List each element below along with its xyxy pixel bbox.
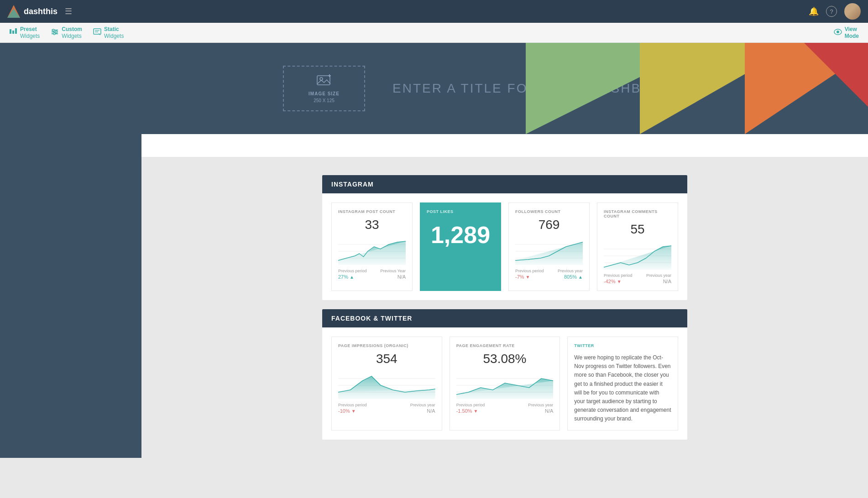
svg-rect-11	[94, 29, 101, 34]
static-label-line2: Widgets	[104, 33, 124, 39]
white-separator	[141, 134, 868, 157]
post-count-prev-period: 27% ▲	[338, 274, 354, 280]
svg-point-15	[837, 31, 839, 33]
impressions-prev-year: N/A	[427, 408, 435, 414]
followers-value: 769	[515, 218, 583, 232]
view-mode-button[interactable]: View Mode	[834, 26, 859, 39]
engagement-period-labels: Previous period Previous year	[456, 403, 554, 407]
followers-prev-period: -7% ▼	[515, 274, 530, 280]
eye-icon	[834, 29, 842, 36]
prev-period-label: Previous period	[338, 269, 367, 273]
engagement-prev-year: N/A	[545, 408, 553, 414]
engagement-label: PAGE ENGAGEMENT RATE	[456, 343, 554, 348]
help-icon[interactable]: ?	[826, 6, 837, 17]
impressions-value: 354	[338, 352, 435, 366]
logo-icon	[7, 5, 20, 18]
post-likes-value: 1,289	[427, 221, 494, 249]
svg-marker-23	[338, 241, 406, 265]
custom-icon	[51, 28, 59, 38]
instagram-section-header: INSTAGRAM	[322, 175, 687, 193]
widget-engagement-rate: PAGE ENGAGEMENT RATE 53.08%	[450, 337, 560, 431]
impressions-prev-period: -10% ▼	[338, 408, 356, 414]
engagement-prev-period: -1.50% ▼	[456, 408, 478, 414]
svg-marker-1	[7, 9, 20, 18]
preset-widgets-button[interactable]: Preset Widgets	[9, 26, 40, 39]
facebook-twitter-header: FACEBOOK & TWITTER	[322, 309, 687, 327]
twitter-widget: TWITTER We were hoping to replicate the …	[567, 337, 678, 431]
custom-widgets-button[interactable]: Custom Widgets	[51, 26, 82, 39]
nav-right: 🔔 ?	[809, 3, 861, 20]
widget-page-impressions: PAGE IMPRESSIONS (ORGANIC) 354	[331, 337, 442, 431]
svg-point-9	[55, 31, 57, 33]
engagement-value: 53.08%	[456, 352, 554, 366]
post-count-period-labels: Previous period Previous Year	[338, 269, 406, 273]
down-arrow: ▼	[526, 275, 530, 280]
post-count-chart	[338, 238, 406, 265]
up-arrow: ▲	[350, 275, 354, 280]
impressions-chart	[338, 372, 435, 399]
facebook-twitter-body: PAGE IMPRESSIONS (ORGANIC) 354	[322, 327, 687, 440]
followers-period-values: -7% ▼ 805% ▲	[515, 274, 583, 280]
main-content: IMAGE SIZE 250 X 125 ENTER A TITLE FOR Y…	[141, 43, 868, 458]
svg-marker-39	[456, 379, 554, 399]
image-size-label: IMAGE SIZE	[309, 91, 340, 96]
avatar[interactable]	[844, 3, 861, 20]
impressions-label: PAGE IMPRESSIONS (ORGANIC)	[338, 343, 435, 348]
custom-label-line2: Widgets	[62, 33, 82, 39]
up-arrow2: ▲	[578, 275, 583, 280]
impressions-period-values: -10% ▼ N/A	[338, 408, 435, 414]
svg-rect-2	[10, 29, 11, 34]
comments-prev-period: -42% ▼	[604, 279, 622, 284]
widget-comments: INSTAGRAM COMMENTS COUNT 55	[597, 202, 678, 291]
bell-icon[interactable]: 🔔	[809, 6, 819, 16]
page-layout: IMAGE SIZE 250 X 125 ENTER A TITLE FOR Y…	[0, 43, 868, 458]
widget-followers: FOLLOWERS COUNT 769	[508, 202, 590, 291]
content-area: INSTAGRAM INSTAGRAM POST COUNT 33	[141, 157, 868, 458]
hamburger-menu[interactable]: ☰	[65, 6, 72, 16]
banner-decoration	[521, 43, 868, 134]
nav-left: dashthis ☰	[7, 5, 72, 18]
comments-chart	[604, 242, 671, 270]
twitter-label: TWITTER	[574, 343, 671, 348]
top-navigation: dashthis ☰ 🔔 ?	[0, 0, 868, 23]
app-name: dashthis	[24, 7, 58, 16]
static-label-line1: Static	[104, 26, 124, 32]
impressions-period-labels: Previous period Previous year	[338, 403, 435, 407]
static-icon	[93, 28, 101, 38]
image-upload-placeholder[interactable]: IMAGE SIZE 250 X 125	[283, 66, 365, 111]
svg-rect-3	[12, 31, 14, 34]
engagement-chart	[456, 372, 554, 399]
svg-rect-4	[15, 28, 17, 34]
custom-label-line1: Custom	[62, 26, 82, 32]
image-icon	[317, 74, 331, 89]
comments-label: INSTAGRAM COMMENTS COUNT	[604, 209, 671, 218]
post-count-value: 33	[338, 218, 406, 232]
toolbar-left: Preset Widgets Custom Widgets Static Wid…	[9, 26, 124, 39]
widget-toolbar: Preset Widgets Custom Widgets Static Wid…	[0, 23, 868, 43]
preset-icon	[9, 28, 17, 38]
comments-period-values: -42% ▼ N/A	[604, 279, 671, 284]
post-count-label: INSTAGRAM POST COUNT	[338, 209, 406, 214]
facebook-twitter-title: FACEBOOK & TWITTER	[331, 315, 412, 322]
instagram-section-body: INSTAGRAM POST COUNT 33	[322, 193, 687, 300]
preset-label-line2: Widgets	[20, 33, 40, 39]
svg-point-10	[53, 33, 55, 35]
followers-prev-year: 805% ▲	[564, 274, 583, 280]
image-size-value: 250 X 125	[314, 98, 335, 103]
comments-prev-year: N/A	[663, 279, 671, 284]
followers-chart	[515, 238, 583, 265]
widget-post-count: INSTAGRAM POST COUNT 33	[331, 202, 413, 291]
down-arrow3: ▼	[351, 409, 356, 414]
view-mode-label: View	[845, 26, 859, 32]
logo[interactable]: dashthis	[7, 5, 58, 18]
static-widgets-button[interactable]: Static Widgets	[93, 26, 124, 39]
sidebar	[0, 43, 141, 458]
down-arrow2: ▼	[617, 279, 622, 284]
svg-rect-16	[317, 76, 330, 85]
post-likes-label: POST LIKES	[427, 209, 494, 214]
followers-period-labels: Previous period Previous year	[515, 269, 583, 273]
header-banner: IMAGE SIZE 250 X 125 ENTER A TITLE FOR Y…	[141, 43, 868, 134]
down-arrow4: ▼	[474, 409, 478, 414]
twitter-text: We were hoping to replicate the Oct-Nov …	[574, 353, 671, 424]
svg-point-8	[52, 29, 54, 31]
